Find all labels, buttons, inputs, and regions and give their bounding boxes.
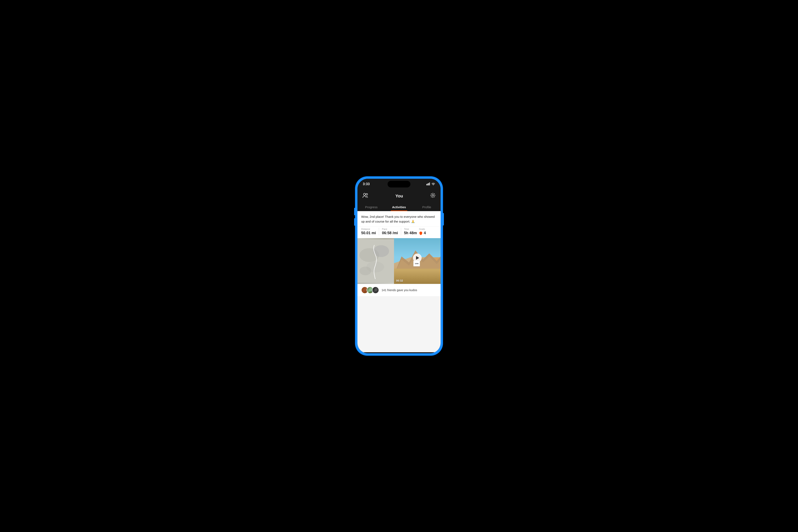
video-overlay: 00:32 [394,238,440,284]
map-thumbnail[interactable] [358,238,394,284]
svg-point-20 [375,288,377,291]
phone-screen: 3:33 [358,179,440,353]
pace-value: 06:58 /mi [382,231,398,235]
signal-icon [426,183,430,186]
svg-rect-8 [358,239,394,283]
svg-rect-1 [428,184,428,185]
svg-point-19 [368,291,373,293]
phone-wrapper: 3:33 [355,177,443,355]
video-duration: 00:32 [394,278,440,284]
tab-profile[interactable]: Profile [413,203,440,211]
kudos-text: 141 friends gave you kudos [382,288,417,292]
distance-label: Distance [361,228,376,230]
tab-activities[interactable]: Activities [385,203,413,211]
status-icons [426,183,435,186]
distance-value: 50.01 mi [361,231,376,235]
time-label: Time [404,228,417,230]
friends-icon[interactable] [362,193,368,199]
dynamic-island [387,181,411,187]
status-bar: 3:33 [358,179,440,190]
post-text: Wow, 2nd place! Thank you to everyone wh… [358,211,440,226]
content-area: Wow, 2nd place! Thank you to everyone wh… [358,211,440,352]
volume-up-button[interactable] [354,208,355,215]
stat-pace: Pace 06:58 /mi [382,228,398,235]
svg-point-18 [369,288,372,291]
stat-goals: Goals 4 [419,228,426,235]
activity-card: Wow, 2nd place! Thank you to everyone wh… [358,211,440,296]
app-header: You [358,190,440,203]
video-thumbnail[interactable]: 1098 00:32 [394,238,440,284]
svg-point-5 [366,193,368,195]
stat-time: Time 5h 48m [404,228,417,235]
svg-rect-3 [429,183,430,185]
settings-icon[interactable] [430,193,436,199]
svg-rect-0 [426,184,427,185]
tab-progress[interactable]: Progress [358,203,385,211]
stat-distance: Distance 50.01 mi [361,228,376,235]
header-title: You [396,194,403,198]
svg-point-7 [431,193,435,197]
stats-row: Distance 50.01 mi Pace 06:58 /mi Time 5h… [358,226,440,238]
tabs-bar: Progress Activities Profile [358,203,440,211]
svg-point-4 [363,193,365,195]
svg-point-12 [360,267,372,276]
pace-label: Pace [382,228,398,230]
kudos-row[interactable]: 141 friends gave you kudos [358,284,440,296]
status-time: 3:33 [363,182,370,186]
svg-point-6 [432,194,434,196]
goals-value-text: 4 [424,231,426,235]
svg-point-21 [374,291,378,293]
wifi-icon [432,183,435,186]
play-triangle-icon [416,256,419,260]
svg-rect-2 [428,183,429,185]
play-button[interactable] [413,253,422,262]
time-value: 5h 48m [404,231,417,235]
kudos-avatar-3 [372,287,379,293]
volume-down-button[interactable] [354,218,355,226]
media-row: 1098 00:32 [358,238,440,284]
map-path-svg [358,238,394,284]
shield-icon [419,231,423,235]
svg-point-17 [363,291,367,293]
power-button[interactable] [443,213,444,226]
kudos-avatars [361,287,379,293]
goals-label: Goals [419,228,426,230]
svg-point-16 [364,288,366,291]
